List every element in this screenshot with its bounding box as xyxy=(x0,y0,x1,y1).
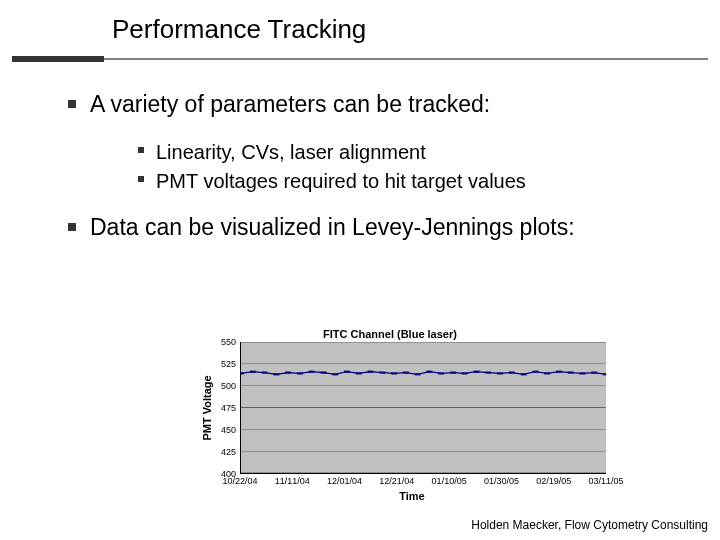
svg-rect-20 xyxy=(356,372,362,374)
chart-xticks: 10/22/0411/11/0412/01/0412/21/0401/10/05… xyxy=(240,476,606,490)
bullet-level1: Data can be visualized in Levey-Jennings… xyxy=(68,213,678,256)
svg-rect-26 xyxy=(426,371,432,373)
title-rule-accent xyxy=(12,56,104,62)
svg-rect-38 xyxy=(568,372,574,374)
svg-rect-32 xyxy=(497,372,503,374)
chart-area: PMT Voltage 400425450475500525550 xyxy=(214,342,606,474)
svg-rect-36 xyxy=(544,372,550,374)
svg-rect-23 xyxy=(391,372,397,374)
bullet-text: A variety of parameters can be tracked: xyxy=(90,90,490,119)
svg-rect-35 xyxy=(532,371,538,373)
square-bullet-icon xyxy=(68,223,76,231)
chart-yticks: 400425450475500525550 xyxy=(214,342,238,474)
bullet-text: Data can be visualized in Levey-Jennings… xyxy=(90,213,575,242)
svg-rect-41 xyxy=(603,373,606,375)
svg-rect-22 xyxy=(379,372,385,374)
svg-rect-37 xyxy=(556,371,562,373)
svg-rect-40 xyxy=(591,372,597,374)
svg-rect-28 xyxy=(450,372,456,374)
svg-rect-39 xyxy=(580,372,586,374)
bullet-text: PMT voltages required to hit target valu… xyxy=(156,168,526,195)
square-bullet-icon xyxy=(68,100,76,108)
slide-title: Performance Tracking xyxy=(112,14,366,45)
sub-bullet-list: Linearity, CVs, laser alignment PMT volt… xyxy=(138,139,678,195)
svg-rect-19 xyxy=(344,371,350,373)
svg-rect-21 xyxy=(368,371,374,373)
chart-xlabel: Time xyxy=(214,490,610,502)
svg-rect-29 xyxy=(462,372,468,374)
chart-plot xyxy=(240,342,606,474)
svg-rect-31 xyxy=(485,372,491,374)
svg-rect-34 xyxy=(521,373,527,375)
bullet-text: Linearity, CVs, laser alignment xyxy=(156,139,426,166)
square-bullet-icon xyxy=(138,147,144,153)
svg-rect-17 xyxy=(320,372,326,374)
square-bullet-icon xyxy=(138,176,144,182)
levey-jennings-chart: FITC Channel (Blue laser) PMT Voltage 40… xyxy=(170,328,610,498)
chart-title: FITC Channel (Blue laser) xyxy=(170,328,610,340)
bullet-level1: A variety of parameters can be tracked: xyxy=(68,90,678,133)
slide: Performance Tracking A variety of parame… xyxy=(0,0,720,540)
svg-rect-25 xyxy=(415,373,421,375)
svg-rect-14 xyxy=(285,372,291,374)
chart-svg xyxy=(241,342,606,473)
svg-rect-12 xyxy=(262,372,268,374)
svg-rect-10 xyxy=(241,372,244,374)
chart-ylabel: PMT Voltage xyxy=(201,375,213,440)
svg-rect-27 xyxy=(438,372,444,374)
body-text: A variety of parameters can be tracked: … xyxy=(68,90,678,256)
svg-rect-18 xyxy=(332,373,338,375)
svg-rect-16 xyxy=(309,371,315,373)
svg-rect-13 xyxy=(273,373,279,375)
svg-rect-33 xyxy=(509,372,515,374)
bullet-level2: Linearity, CVs, laser alignment xyxy=(138,139,678,166)
svg-rect-11 xyxy=(250,371,256,373)
bullet-level2: PMT voltages required to hit target valu… xyxy=(138,168,678,195)
svg-rect-24 xyxy=(403,372,409,374)
svg-rect-30 xyxy=(474,371,480,373)
svg-rect-15 xyxy=(297,372,303,374)
footer-credit: Holden Maecker, Flow Cytometry Consultin… xyxy=(471,518,708,532)
title-rule xyxy=(104,58,708,60)
